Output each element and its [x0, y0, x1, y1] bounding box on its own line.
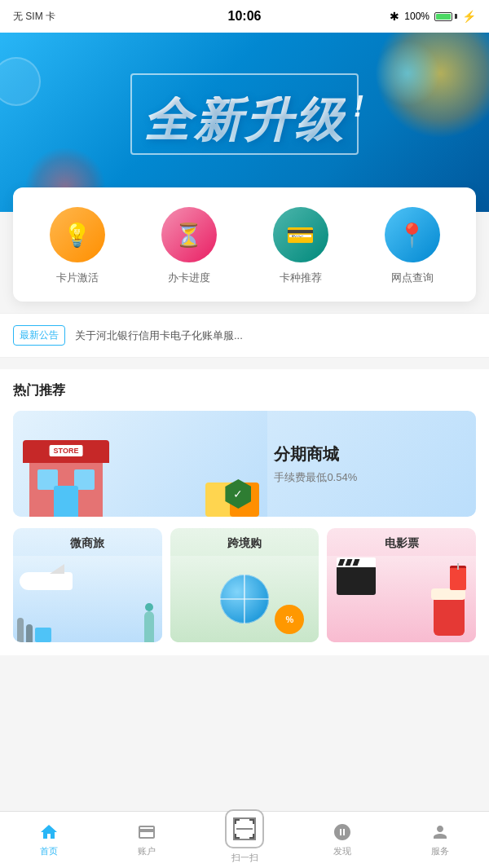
hero-exclaim: !	[354, 90, 363, 124]
bottom-nav: 首页 账户 扫一扫 发现 服务	[0, 811, 489, 868]
announcement-text: 关于河北银行信用卡电子化账单服...	[75, 328, 476, 343]
service-icon	[430, 822, 450, 842]
progress-icon: ⏳	[161, 207, 217, 262]
hot-section-title: 热门推荐	[13, 382, 476, 399]
plane-wing	[50, 564, 64, 574]
store-door	[54, 486, 78, 517]
figure-2	[26, 624, 33, 642]
clapboard	[337, 566, 376, 595]
travel-label: 微商旅	[70, 536, 104, 551]
globe-meridian	[220, 575, 244, 623]
battery-percent: 100%	[404, 11, 430, 22]
statue	[144, 611, 154, 642]
store-illustration: STORE ✓	[13, 411, 267, 517]
quick-action-activate[interactable]: 💡 卡片激活	[50, 207, 105, 285]
nav-account-label: 账户	[138, 845, 156, 857]
scan-line	[236, 828, 253, 830]
scan-corner-tl	[235, 819, 240, 824]
quick-action-progress[interactable]: ⏳ 办卡进度	[161, 207, 217, 285]
quick-action-outlets[interactable]: 📍 网点查询	[385, 207, 440, 285]
activate-icon: 💡	[50, 207, 105, 262]
store-building: STORE	[29, 460, 103, 517]
clock: 10:06	[228, 9, 262, 24]
nav-scan[interactable]: 扫一扫	[196, 816, 293, 864]
progress-label: 办卡进度	[168, 271, 210, 285]
quick-action-recommend[interactable]: 💳 卡种推荐	[273, 207, 328, 285]
store-label: STORE	[50, 445, 83, 456]
announcement-tag: 最新公告	[13, 325, 65, 346]
carrier-signal: 无 SIM 卡	[13, 10, 55, 24]
account-icon	[137, 822, 156, 842]
hot-banner-main[interactable]: STORE ✓ 分期商城 手续费最低0.54%	[13, 411, 476, 517]
hero-main-text: 全新升级	[143, 96, 346, 143]
crossborder-label: 跨境购	[227, 536, 262, 551]
clapboard-top	[337, 557, 376, 567]
scan-icon	[225, 809, 264, 848]
activate-label: 卡片激活	[56, 271, 99, 285]
battery-icon	[434, 12, 457, 21]
discover-icon	[333, 822, 352, 842]
nav-service[interactable]: 服务	[391, 816, 489, 864]
nav-discover[interactable]: 发现	[293, 816, 391, 864]
popcorn-cup	[434, 598, 465, 636]
nav-home[interactable]: 首页	[0, 816, 98, 864]
recommend-label: 卡种推荐	[280, 271, 322, 285]
nav-discover-label: 发现	[333, 845, 351, 857]
sub-card-movie[interactable]: 电影票	[327, 528, 476, 642]
quick-actions-card: 💡 卡片激活 ⏳ 办卡进度 💳 卡种推荐 📍 网点查询	[13, 187, 476, 302]
status-bar: 无 SIM 卡 10:06 ✱ 100% ⚡	[0, 0, 489, 33]
hero-decor-2	[0, 57, 41, 106]
hero-title: 全新升级	[143, 96, 346, 143]
sub-card-travel[interactable]: 微商旅	[13, 528, 162, 642]
hot-banner-subtitle: 手续费最低0.54%	[274, 470, 463, 485]
plane-body	[20, 572, 73, 590]
recommend-icon: 💳	[273, 207, 328, 262]
movie-illustration	[327, 556, 476, 642]
figure-1	[17, 618, 24, 642]
hot-banner-info: 分期商城 手续费最低0.54%	[267, 430, 476, 498]
scan-inner	[233, 817, 256, 840]
scan-corner-bl	[235, 834, 240, 839]
popcorn-top	[431, 588, 465, 600]
announcement-bar[interactable]: 最新公告 关于河北银行信用卡电子化账单服...	[0, 313, 489, 358]
bluetooth-icon: ✱	[390, 10, 399, 23]
straw	[457, 563, 459, 570]
clapboard-stripes	[337, 557, 376, 567]
outlets-label: 网点查询	[391, 271, 434, 285]
hero-decor-1	[375, 41, 440, 106]
hero-banner[interactable]: ! 全新升级	[0, 33, 489, 212]
popcorn-container	[434, 598, 465, 636]
hot-banner-title: 分期商城	[274, 443, 463, 465]
sub-cards-row: 微商旅	[13, 528, 476, 642]
quick-actions-row: 💡 卡片激活 ⏳ 办卡进度 💳 卡种推荐 📍 网点查询	[21, 207, 468, 285]
hot-section: 热门推荐 STORE ✓ 分期商城 手续费最低0.54%	[0, 369, 489, 655]
drink-cup	[450, 566, 466, 590]
nav-home-label: 首页	[40, 845, 58, 857]
sub-card-crossborder[interactable]: 跨境购 %	[170, 528, 319, 642]
outlets-icon: 📍	[385, 207, 440, 262]
nav-scan-label: 扫一扫	[231, 852, 258, 864]
nav-account[interactable]: 账户	[98, 816, 196, 864]
home-icon	[39, 822, 59, 842]
status-indicators: ✱ 100% ⚡	[390, 10, 476, 23]
crossborder-illustration: %	[170, 556, 319, 642]
movie-label: 电影票	[385, 536, 419, 551]
figure-3	[35, 628, 51, 642]
scan-corner-br	[249, 834, 254, 839]
percent-tag: %	[275, 605, 304, 634]
nav-service-label: 服务	[431, 845, 449, 857]
travel-illustration	[13, 556, 162, 642]
ground-figures	[17, 618, 51, 642]
globe	[220, 575, 269, 623]
statue-head	[145, 603, 153, 611]
scan-corner-tr	[249, 819, 254, 824]
